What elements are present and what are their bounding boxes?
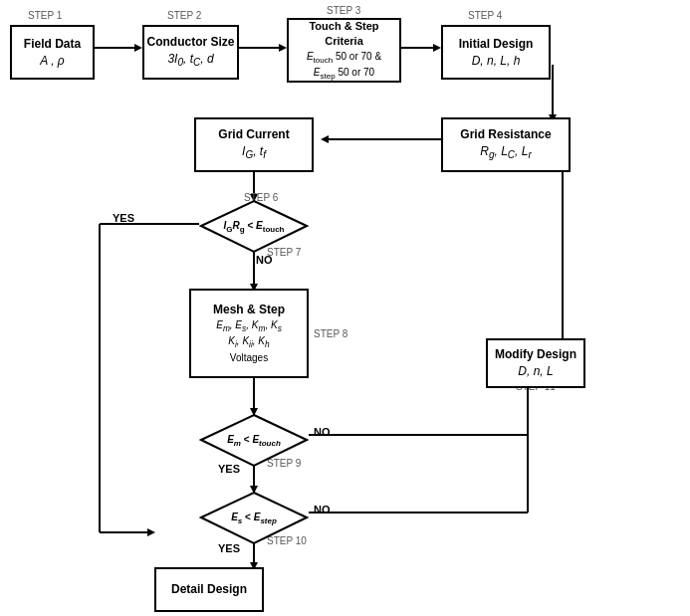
no-label-step9: NO — [314, 426, 331, 438]
step4-label: STEP 4 — [468, 10, 502, 21]
step1-title: Field Data — [24, 36, 81, 53]
step2-label: STEP 2 — [167, 10, 201, 21]
step6-box: Grid Current IG, tf — [194, 117, 314, 172]
step4-title: Initial Design — [459, 36, 534, 53]
step8-sub1: Em, Es, Km, Ks — [216, 318, 282, 335]
step6-sub: IG, tf — [242, 143, 266, 162]
step3-box: Touch & Step Criteria Etouch 50 or 70 & … — [287, 18, 401, 83]
arrows-overlay — [0, 0, 690, 616]
step8-title: Mesh & Step — [213, 302, 285, 318]
svg-marker-15 — [147, 528, 155, 536]
step11-sub: D, n, L — [518, 363, 553, 380]
step1-sub: A , ρ — [40, 53, 64, 70]
step11-box: Modify Design D, n, L — [486, 338, 585, 388]
yes-label-step7: YES — [113, 212, 134, 224]
svg-marker-5 — [433, 44, 441, 52]
step7-diamond: IGRg < Etouch — [199, 199, 309, 254]
detail-title: Detail Design — [171, 581, 247, 598]
step3-title: Touch & Step Criteria — [289, 19, 399, 50]
step3-sub2: Estep 50 or 70 — [314, 66, 374, 82]
step8-sub3: Voltages — [230, 351, 268, 365]
step5-box: Grid Resistance Rg, LC, Lr — [441, 117, 571, 172]
flowchart-diagram: STEP 1 Field Data A , ρ STEP 2 Conductor… — [0, 0, 690, 616]
step9-diamond: Em < Etouch — [199, 413, 309, 468]
step3-label: STEP 3 — [327, 5, 360, 16]
detail-design-box: Detail Design — [154, 567, 264, 612]
step1-label: STEP 1 — [28, 10, 62, 21]
step8-box: Mesh & Step Em, Es, Km, Ks Ki, Kii, Kh V… — [189, 289, 309, 378]
step8-label: STEP 8 — [314, 328, 347, 339]
svg-marker-3 — [279, 44, 287, 52]
step5-title: Grid Resistance — [460, 126, 551, 143]
step2-title: Conductor Size — [146, 34, 234, 51]
step3-sub1: Etouch 50 or 70 & — [307, 50, 381, 66]
step4-sub: D, n, L, h — [472, 53, 521, 70]
step5-sub: Rg, LC, Lr — [480, 143, 532, 162]
step6-title: Grid Current — [218, 126, 289, 143]
svg-marker-9 — [321, 135, 329, 143]
step8-sub2: Ki, Kii, Kh — [228, 334, 269, 351]
no-label-step10: NO — [314, 504, 331, 515]
step11-title: Modify Design — [495, 346, 576, 363]
step2-box: Conductor Size 3I0, tC, d — [142, 25, 239, 80]
step4-box: Initial Design D, n, L, h — [441, 25, 551, 80]
step10-diamond: Es < Estep — [199, 491, 309, 545]
step1-box: Field Data A , ρ — [10, 25, 95, 80]
step2-sub: 3I0, tC, d — [167, 51, 213, 70]
svg-marker-1 — [134, 44, 142, 52]
